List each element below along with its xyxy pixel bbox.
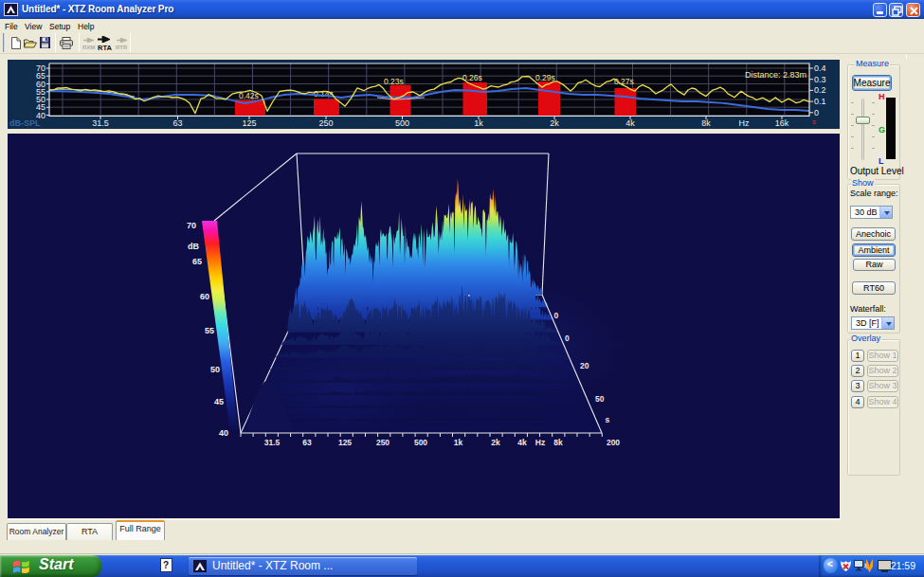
svg-text:0: 0 [554, 311, 559, 320]
svg-text:0: 0 [814, 108, 819, 117]
svg-text:45: 45 [214, 397, 224, 406]
svg-text:500: 500 [414, 438, 427, 447]
svg-text:8k: 8k [553, 438, 563, 447]
svg-text:0.2: 0.2 [814, 85, 826, 95]
svg-text:0.3: 0.3 [814, 75, 826, 84]
svg-text:125: 125 [338, 438, 352, 447]
svg-text:2k: 2k [491, 438, 500, 447]
svg-text:40: 40 [219, 428, 228, 438]
svg-text:4k: 4k [625, 118, 635, 128]
svg-text:0: 0 [565, 334, 570, 343]
svg-text:125: 125 [242, 118, 256, 128]
svg-text:63: 63 [172, 118, 182, 128]
svg-text:dB-SPL: dB-SPL [9, 118, 41, 128]
svg-text:0.23s: 0.23s [384, 77, 404, 86]
svg-text:1k: 1k [454, 438, 463, 447]
svg-text:0.4: 0.4 [814, 63, 826, 73]
svg-text:4k: 4k [517, 438, 527, 447]
svg-text:50: 50 [210, 365, 220, 374]
svg-text:31.5: 31.5 [92, 118, 109, 128]
svg-text:Distance: 2.83m: Distance: 2.83m [745, 70, 806, 80]
svg-text:70: 70 [187, 221, 196, 230]
svg-text:55: 55 [205, 326, 214, 335]
svg-text:200: 200 [607, 438, 620, 447]
svg-text:8k: 8k [701, 118, 711, 128]
svg-text:0.1: 0.1 [814, 97, 826, 106]
svg-text:50: 50 [595, 394, 605, 404]
svg-text:s: s [606, 415, 610, 424]
svg-text:2k: 2k [550, 118, 559, 128]
svg-text:250: 250 [376, 438, 390, 447]
svg-text:Hz: Hz [739, 118, 750, 128]
svg-text:Hz: Hz [535, 438, 545, 447]
svg-text:dB: dB [188, 242, 199, 251]
svg-text:s: s [812, 117, 816, 126]
svg-text:65: 65 [192, 257, 202, 266]
svg-text:31.5: 31.5 [264, 438, 281, 447]
svg-text:63: 63 [302, 438, 312, 447]
svg-text:60: 60 [200, 292, 209, 301]
svg-text:20: 20 [580, 361, 589, 370]
svg-text:500: 500 [395, 118, 409, 128]
svg-text:0.29s: 0.29s [535, 73, 555, 82]
svg-text:1k: 1k [474, 118, 483, 128]
svg-text:16k: 16k [775, 118, 789, 128]
svg-text:250: 250 [318, 118, 333, 128]
